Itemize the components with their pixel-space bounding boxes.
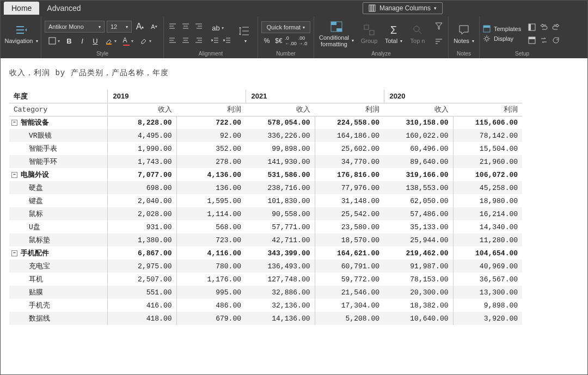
year-col-2[interactable]: 2020 [384,90,522,103]
cell[interactable]: 568.00 [176,220,246,233]
cell[interactable]: 91,987.00 [384,260,453,273]
cell[interactable]: 4,495.00 [107,129,176,142]
cell[interactable]: 14,136.00 [246,312,315,325]
layout-2-button[interactable] [526,35,537,46]
cell[interactable]: 138,553.00 [384,181,453,194]
cell[interactable]: 141,930.00 [246,155,315,168]
cell[interactable]: 32,136.00 [246,299,315,312]
cell[interactable]: 698.00 [107,181,176,194]
cell[interactable]: 780.00 [176,260,246,273]
align-bot-center-button[interactable] [180,34,191,45]
cell[interactable]: 2,040.00 [107,194,176,207]
align-top-left-button[interactable] [167,21,178,32]
cell[interactable]: 224,558.00 [315,116,384,129]
cell[interactable]: 4,116.00 [176,247,246,260]
manage-columns-button[interactable]: Manage Columns ▾ [363,2,443,14]
bold-button[interactable]: B [63,35,75,47]
quick-format-select[interactable]: Quick format▾ [261,21,310,33]
sort-button[interactable] [433,35,445,47]
refresh-button[interactable] [550,35,561,46]
align-top-right-button[interactable] [193,21,204,32]
cell[interactable]: 45,258.00 [453,181,522,194]
increase-font-button[interactable]: A▴ [134,21,146,33]
cell[interactable]: 176,816.00 [315,168,384,181]
clear-format-button[interactable] [137,35,154,47]
redo-button[interactable] [550,22,561,33]
increase-decimal-button[interactable]: .00→.0 [297,35,308,46]
font-select[interactable]: Antikor Mono▾ [45,21,105,33]
top-n-button[interactable]: Top n [407,18,428,50]
year-col-0[interactable]: 2019 [107,90,246,103]
cell[interactable]: 486.00 [176,299,246,312]
cell[interactable]: 15,504.00 [453,142,522,155]
cell[interactable]: 60,496.00 [384,142,453,155]
cell[interactable]: 9,898.00 [453,299,522,312]
cell[interactable]: 679.00 [176,312,246,325]
cell[interactable]: 578,054.00 [246,116,315,129]
collapse-toggle[interactable]: − [11,172,17,178]
cell[interactable]: 2,507.00 [107,273,176,286]
group-button[interactable]: Group [358,18,381,50]
decrease-decimal-button[interactable]: .0←.00 [285,35,296,46]
cell[interactable]: 1,380.00 [107,233,176,247]
fill-color-button[interactable] [102,35,119,47]
cell[interactable]: 722.00 [176,116,246,129]
notes-button[interactable]: Notes▾ [452,18,476,50]
navigation-button[interactable]: Navigation▾ [5,18,38,50]
cell[interactable]: 136,493.00 [246,260,315,273]
borders-button[interactable] [46,35,62,47]
underline-button[interactable]: U [89,35,101,47]
percent-button[interactable]: % [261,35,272,46]
cell[interactable]: 14,340.00 [453,220,522,233]
cell[interactable]: 59,772.00 [315,273,384,286]
cell[interactable]: 36,567.00 [453,273,522,286]
collapse-toggle[interactable]: − [11,250,17,256]
cell[interactable]: 10,640.00 [384,312,453,325]
cell[interactable]: 164,621.00 [315,247,384,260]
cell[interactable]: 16,214.00 [453,207,522,220]
tab-home[interactable]: Home [4,2,39,15]
cell[interactable]: 418.00 [107,312,176,325]
cell[interactable]: 21,546.00 [315,286,384,299]
cell[interactable]: 6,867.00 [107,247,176,260]
cell[interactable]: 18,570.00 [315,233,384,247]
cell[interactable]: 77,976.00 [315,181,384,194]
cell[interactable]: 99,898.00 [246,142,315,155]
cell[interactable]: 2,028.00 [107,207,176,220]
align-bot-right-button[interactable] [193,34,204,45]
cell[interactable]: 8,228.00 [107,116,176,129]
cell[interactable]: 92.00 [176,129,246,142]
cell[interactable]: 164,186.00 [315,129,384,142]
font-color-button[interactable]: A [120,35,136,47]
cell[interactable]: 35,133.00 [384,220,453,233]
cell[interactable]: 5,208.00 [315,312,384,325]
cell[interactable]: 3,920.00 [453,312,522,325]
cell[interactable]: 219,462.00 [384,247,453,260]
decrease-indent-button[interactable] [210,35,220,46]
cell[interactable]: 20,300.00 [384,286,453,299]
cell[interactable]: 34,770.00 [315,155,384,168]
tab-advanced[interactable]: Advanced [39,2,88,15]
cell[interactable]: 60,791.00 [315,260,384,273]
cell[interactable]: 1,990.00 [107,142,176,155]
cell[interactable]: 4,136.00 [176,168,246,181]
cell[interactable]: 62,050.00 [384,194,453,207]
cell[interactable]: 278.00 [176,155,246,168]
cell[interactable]: 1,595.00 [176,194,246,207]
cell[interactable]: 13,300.00 [453,286,522,299]
conditional-formatting-button[interactable]: Conditional formatting▾ [317,18,356,50]
cell[interactable]: 343,399.00 [246,247,315,260]
cell[interactable]: 115,606.00 [453,116,522,129]
cell[interactable]: 17,304.00 [315,299,384,312]
currency-button[interactable]: $€ [273,35,284,46]
cell[interactable]: 127,748.00 [246,273,315,286]
cell[interactable]: 25,542.00 [315,207,384,220]
cell[interactable]: 89,640.00 [384,155,453,168]
cell[interactable]: 416.00 [107,299,176,312]
cell[interactable]: 57,486.00 [384,207,453,220]
cell[interactable]: 1,176.00 [176,273,246,286]
cell[interactable]: 551.00 [107,286,176,299]
line-spacing-button[interactable]: ▾ [235,18,254,50]
collapse-toggle[interactable]: − [11,120,17,126]
undo-button[interactable] [538,22,549,33]
